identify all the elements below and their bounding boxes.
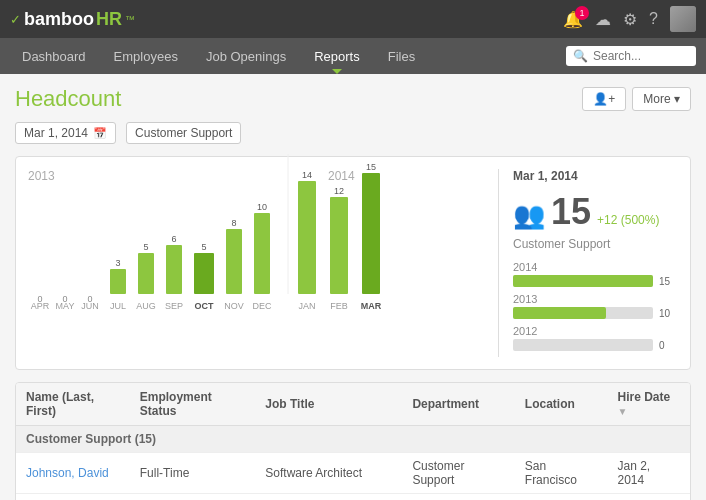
- logo-bamboo-text: bamboo: [24, 9, 94, 30]
- svg-text:FEB: FEB: [330, 301, 348, 311]
- col-name: Name (Last, First): [16, 383, 130, 426]
- svg-rect-28: [330, 197, 348, 294]
- svg-rect-21: [254, 213, 270, 294]
- cloud-icon[interactable]: ☁: [595, 10, 611, 29]
- col-dept: Department: [402, 383, 514, 426]
- svg-text:0: 0: [87, 294, 92, 304]
- bar-may: MAY 0: [56, 294, 75, 311]
- nav-job-openings[interactable]: Job Openings: [194, 41, 298, 72]
- group-label: Customer Support (15): [16, 426, 690, 453]
- page-header: Headcount 👤+ More ▾: [15, 86, 691, 112]
- logo-check-icon: ✓: [10, 12, 21, 27]
- col-status: Employment Status: [130, 383, 256, 426]
- main-navigation: Dashboard Employees Job Openings Reports…: [0, 38, 706, 74]
- notification-icon[interactable]: 🔔 1: [563, 10, 583, 29]
- search-icon: 🔍: [573, 49, 588, 63]
- bar-jan: 14 JAN: [298, 170, 316, 311]
- svg-text:DEC: DEC: [252, 301, 272, 311]
- bar-feb: 12 FEB: [330, 186, 348, 311]
- hire-date-2: Jan 2, 2014: [607, 494, 690, 501]
- col-hire-date[interactable]: Hire Date ▼: [607, 383, 690, 426]
- logo-trademark: ™: [125, 14, 135, 25]
- svg-text:OCT: OCT: [195, 301, 215, 311]
- col-location: Location: [515, 383, 608, 426]
- hire-date-1: Jan 2, 2014: [607, 453, 690, 494]
- bar-chart: APR 0 MAY 0 JUN 0: [28, 154, 488, 309]
- chart-area: 2013 2014 APR 0 MAY 0: [28, 169, 488, 357]
- logo: ✓ bamboo HR ™: [10, 9, 135, 30]
- svg-text:AUG: AUG: [136, 301, 156, 311]
- table-row: Mayberry, Kelly Full-Time Marketing Mana…: [16, 494, 690, 501]
- svg-text:0: 0: [62, 294, 67, 304]
- status-2: Full-Time: [130, 494, 256, 501]
- bar-dec: 10 DEC: [252, 202, 272, 311]
- svg-text:14: 14: [302, 170, 312, 180]
- nav-dashboard[interactable]: Dashboard: [10, 41, 98, 72]
- svg-rect-6: [110, 269, 126, 294]
- dept-2: Customer Support: [402, 494, 514, 501]
- settings-icon[interactable]: ⚙: [623, 10, 637, 29]
- svg-rect-31: [362, 173, 380, 294]
- svg-text:3: 3: [115, 258, 120, 268]
- search-input[interactable]: [593, 49, 689, 63]
- location-2: Austin: [515, 494, 608, 501]
- bar-oct: 5 OCT: [194, 242, 214, 311]
- add-button[interactable]: 👤+: [582, 87, 626, 111]
- dept-1: Customer Support: [402, 453, 514, 494]
- location-1: San Francisco: [515, 453, 608, 494]
- svg-rect-12: [166, 245, 182, 294]
- summary-dept: Customer Support: [513, 237, 678, 251]
- bar-nov: 8 NOV: [224, 218, 244, 311]
- summary-bar-2012: 2012 0: [513, 325, 678, 351]
- top-navigation: ✓ bamboo HR ™ 🔔 1 ☁ ⚙ ?: [0, 0, 706, 38]
- title-2: Marketing Manager: [255, 494, 402, 501]
- svg-text:JUL: JUL: [110, 301, 126, 311]
- calendar-icon: 📅: [93, 127, 107, 140]
- svg-text:8: 8: [231, 218, 236, 228]
- summary-bar-2014: 2014 15: [513, 261, 678, 287]
- dept-value: Customer Support: [135, 126, 232, 140]
- svg-text:12: 12: [334, 186, 344, 196]
- svg-text:10: 10: [257, 202, 267, 212]
- page-title: Headcount: [15, 86, 121, 112]
- summary-count: 15: [551, 191, 591, 233]
- page-content: Headcount 👤+ More ▾ Mar 1, 2014 📅 Custom…: [0, 74, 706, 500]
- svg-text:5: 5: [201, 242, 206, 252]
- more-button[interactable]: More ▾: [632, 87, 691, 111]
- bar-mar: 15 MAR: [361, 162, 382, 311]
- svg-text:JAN: JAN: [298, 301, 315, 311]
- svg-text:SEP: SEP: [165, 301, 183, 311]
- summary-bar-2013: 2013 10: [513, 293, 678, 319]
- svg-text:15: 15: [366, 162, 376, 172]
- avatar[interactable]: [670, 6, 696, 32]
- svg-text:NOV: NOV: [224, 301, 244, 311]
- nav-reports[interactable]: Reports: [302, 41, 372, 72]
- add-icon: 👤+: [593, 92, 615, 106]
- status-1: Full-Time: [130, 453, 256, 494]
- dept-filter[interactable]: Customer Support: [126, 122, 241, 144]
- employee-name-1[interactable]: Johnson, David: [26, 466, 109, 480]
- nav-files[interactable]: Files: [376, 41, 427, 72]
- nav-icons-group: 🔔 1 ☁ ⚙ ?: [563, 6, 696, 32]
- logo-hr-text: HR: [96, 9, 122, 30]
- svg-text:5: 5: [143, 242, 148, 252]
- svg-rect-25: [298, 181, 316, 294]
- table-row: Johnson, David Full-Time Software Archit…: [16, 453, 690, 494]
- chart-section: 2013 2014 APR 0 MAY 0: [15, 156, 691, 370]
- data-table: Name (Last, First) Employment Status Job…: [15, 382, 691, 500]
- svg-text:0: 0: [37, 294, 42, 304]
- bar-jun: JUN 0: [81, 294, 99, 311]
- nav-employees[interactable]: Employees: [102, 41, 190, 72]
- bar-aug: 5 AUG: [136, 242, 156, 311]
- svg-text:6: 6: [171, 234, 176, 244]
- summary-change: +12 (500%): [597, 213, 659, 227]
- sort-icon: ▼: [617, 406, 627, 417]
- help-icon[interactable]: ?: [649, 10, 658, 28]
- search-box[interactable]: 🔍: [566, 46, 696, 66]
- date-filter[interactable]: Mar 1, 2014 📅: [15, 122, 116, 144]
- svg-rect-18: [226, 229, 242, 294]
- title-1: Software Architect: [255, 453, 402, 494]
- year-label-2013: 2013: [28, 169, 55, 183]
- summary-panel: Mar 1, 2014 👥 15 +12 (500%) Customer Sup…: [498, 169, 678, 357]
- date-value: Mar 1, 2014: [24, 126, 88, 140]
